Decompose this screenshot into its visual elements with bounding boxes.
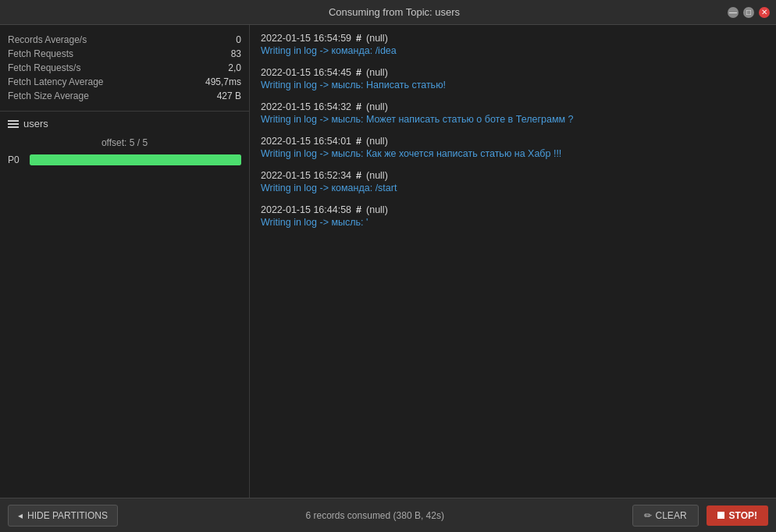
window-title: Consuming from Topic: users	[61, 6, 728, 18]
message-content[interactable]: Writing in log -> мысль: Написать статью…	[261, 80, 765, 90]
message-timestamp: 2022-01-15 16:54:32	[261, 101, 351, 112]
message-block: 2022-01-15 16:54:32 # (null)Writing in l…	[261, 101, 765, 125]
stat-row-fetch-requests: Fetch Requests 83	[8, 48, 241, 59]
hash-badge: #	[356, 204, 361, 215]
stop-button[interactable]: STOP!	[707, 505, 768, 526]
message-meta: 2022-01-15 16:54:45 # (null)	[261, 67, 765, 78]
message-timestamp: 2022-01-15 16:52:34	[261, 170, 351, 181]
stop-label: STOP!	[729, 510, 757, 521]
message-meta: 2022-01-15 16:54:59 # (null)	[261, 33, 765, 44]
offset-label: offset: 5 / 5	[8, 137, 241, 148]
message-key: (null)	[366, 33, 388, 44]
message-meta: 2022-01-15 16:54:32 # (null)	[261, 101, 765, 112]
hash-badge: #	[356, 33, 361, 44]
stop-icon	[717, 512, 724, 519]
messages-area[interactable]: 2022-01-15 16:54:59 # (null)Writing in l…	[250, 25, 776, 498]
hash-badge: #	[356, 136, 361, 147]
message-meta: 2022-01-15 16:54:01 # (null)	[261, 136, 765, 147]
window-controls: — □ ✕	[728, 7, 770, 18]
hash-badge: #	[356, 67, 361, 78]
partition-header: users	[8, 118, 241, 129]
close-button[interactable]: ✕	[759, 7, 770, 18]
message-content[interactable]: Writing in log -> мысль: Может написать …	[261, 114, 765, 125]
hide-partitions-button[interactable]: ◂ HIDE PARTITIONS	[8, 505, 118, 527]
partitions-section: users offset: 5 / 5 P0	[0, 112, 249, 498]
stats-section: Records Average/s 0 Fetch Requests 83 Fe…	[0, 25, 249, 112]
message-content[interactable]: Writing in log -> мысль: '	[261, 217, 765, 228]
progress-bar-background	[30, 154, 241, 165]
stat-row-records-avg: Records Average/s 0	[8, 34, 241, 45]
fetch-requests-value: 83	[231, 48, 241, 59]
fetch-requests-label: Fetch Requests	[8, 48, 73, 59]
message-key: (null)	[366, 101, 388, 112]
right-panel: 2022-01-15 16:54:59 # (null)Writing in l…	[250, 25, 776, 498]
topic-name: users	[23, 118, 48, 129]
left-panel: Records Average/s 0 Fetch Requests 83 Fe…	[0, 25, 250, 498]
message-meta: 2022-01-15 16:52:34 # (null)	[261, 170, 765, 181]
fetch-size-value: 427 B	[217, 90, 241, 101]
fetch-requests-per-sec-value: 2,0	[228, 62, 241, 73]
message-content[interactable]: Writing in log -> команда: /idea	[261, 45, 765, 56]
chevron-left-icon: ◂	[18, 510, 23, 521]
message-block: 2022-01-15 16:54:45 # (null)Writing in l…	[261, 67, 765, 90]
main-content: Records Average/s 0 Fetch Requests 83 Fe…	[0, 25, 776, 498]
message-block: 2022-01-15 16:54:01 # (null)Writing in l…	[261, 136, 765, 159]
records-average-label: Records Average/s	[8, 34, 87, 45]
progress-bar-fill	[30, 154, 241, 165]
partition-row-p0: P0	[8, 154, 241, 165]
message-block: 2022-01-15 16:54:59 # (null)Writing in l…	[261, 33, 765, 56]
fetch-latency-label: Fetch Latency Average	[8, 76, 104, 87]
message-timestamp: 2022-01-15 16:54:59	[261, 33, 351, 44]
records-average-value: 0	[236, 34, 241, 45]
message-timestamp: 2022-01-15 16:54:45	[261, 67, 351, 78]
message-block: 2022-01-15 16:52:34 # (null)Writing in l…	[261, 170, 765, 193]
fetch-latency-value: 495,7ms	[205, 76, 241, 87]
message-content[interactable]: Writing in log -> команда: /start	[261, 183, 765, 193]
hash-badge: #	[356, 101, 361, 112]
stat-row-fetch-latency: Fetch Latency Average 495,7ms	[8, 76, 241, 87]
hash-badge: #	[356, 170, 361, 181]
stat-row-fetch-size: Fetch Size Average 427 B	[8, 90, 241, 101]
message-key: (null)	[366, 204, 388, 215]
message-content[interactable]: Writing in log -> мысль: Как же хочется …	[261, 148, 765, 159]
stat-row-fetch-requests-per-sec: Fetch Requests/s 2,0	[8, 62, 241, 73]
minimize-button[interactable]: —	[728, 7, 739, 18]
maximize-button[interactable]: □	[743, 7, 754, 18]
message-key: (null)	[366, 67, 388, 78]
message-block: 2022-01-15 16:44:58 # (null)Writing in l…	[261, 204, 765, 228]
clear-button[interactable]: ✏ CLEAR	[632, 505, 699, 527]
message-key: (null)	[366, 136, 388, 147]
message-key: (null)	[366, 170, 388, 181]
hide-partitions-label: HIDE PARTITIONS	[27, 510, 108, 521]
message-timestamp: 2022-01-15 16:44:58	[261, 204, 351, 215]
message-timestamp: 2022-01-15 16:54:01	[261, 136, 351, 147]
clear-label: CLEAR	[656, 510, 687, 521]
eraser-icon: ✏	[644, 510, 652, 521]
titlebar: Consuming from Topic: users — □ ✕	[0, 0, 776, 25]
bottom-bar: ◂ HIDE PARTITIONS 6 records consumed (38…	[0, 498, 776, 532]
consumed-info: 6 records consumed (380 B, 42s)	[126, 510, 625, 521]
fetch-requests-per-sec-label: Fetch Requests/s	[8, 62, 80, 73]
fetch-size-label: Fetch Size Average	[8, 90, 89, 101]
partition-id: P0	[8, 154, 23, 165]
message-meta: 2022-01-15 16:44:58 # (null)	[261, 204, 765, 215]
menu-icon[interactable]	[8, 120, 19, 128]
